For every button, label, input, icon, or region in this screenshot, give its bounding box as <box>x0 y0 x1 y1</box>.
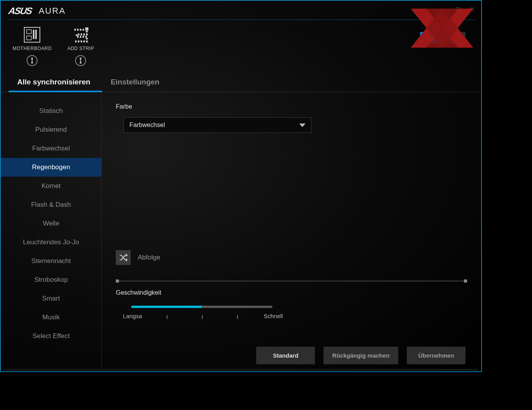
effect-leuchtendes-jojo[interactable]: Leuchtendes Jo-Jo <box>1 233 101 252</box>
effect-pulsierend[interactable]: Pulsierend <box>1 120 101 139</box>
main-panel: Farbe Farbwechsel Abfolge Geschwindigkei… <box>102 92 481 371</box>
device-add-strip-label: ADD STRIP <box>67 46 94 51</box>
titlebar: ASUS AURA ⟳ ✕ <box>1 1 481 20</box>
apply-button[interactable]: Übernehmen <box>407 347 466 364</box>
section-divider <box>116 281 467 281</box>
app-window: ASUS AURA ⟳ ✕ MOTHERBOARD <box>0 0 482 372</box>
speed-track <box>131 306 272 308</box>
svg-rect-3 <box>35 30 37 39</box>
effect-stroboskop[interactable]: Stroboskop <box>1 270 101 289</box>
effects-sidebar: Statisch Pulsierend Farbwechsel Regenbog… <box>1 92 102 371</box>
default-button[interactable]: Standard <box>256 347 315 364</box>
tab-sync-all[interactable]: Alle synchronisieren <box>9 72 102 92</box>
brand-logo: ASUS <box>8 5 33 16</box>
body: Statisch Pulsierend Farbwechsel Regenbog… <box>1 92 481 371</box>
device-motherboard-label: MOTHERBOARD <box>13 46 52 51</box>
speed-label: Geschwindigkeit <box>116 289 467 296</box>
device-row: MOTHERBOARD ADD STRIP <box>1 20 481 70</box>
effect-komet[interactable]: Komet <box>1 177 101 195</box>
link-icon[interactable] <box>27 55 38 66</box>
power-toggle[interactable]: ON OFF <box>420 32 466 43</box>
close-icon[interactable]: ✕ <box>469 5 476 14</box>
action-buttons: Standard Rückgängig machen Übernehmen <box>256 347 466 364</box>
power-off[interactable]: OFF <box>443 32 466 43</box>
power-on[interactable]: ON <box>420 32 443 43</box>
speed-slider[interactable]: Langsam Schnell <box>131 306 272 317</box>
motherboard-icon <box>23 26 41 43</box>
shuffle-icon[interactable] <box>116 250 131 265</box>
refresh-icon[interactable]: ⟳ <box>455 5 462 14</box>
sequence-row: Abfolge <box>116 250 467 265</box>
link-icon[interactable] <box>75 55 86 66</box>
led-strip-icon <box>72 26 90 43</box>
color-label: Farbe <box>116 103 467 110</box>
effect-musik[interactable]: Musik <box>1 308 101 327</box>
color-dropdown[interactable]: Farbwechsel <box>124 117 311 133</box>
svg-rect-1 <box>27 30 31 34</box>
speed-min-label: Langsam <box>123 313 142 319</box>
svg-rect-2 <box>33 30 34 39</box>
effect-regenbogen[interactable]: Regenbogen <box>1 158 101 177</box>
tabs: Alle synchronisieren Einstellungen <box>1 72 481 92</box>
chevron-down-icon <box>299 124 306 127</box>
color-dropdown-value: Farbwechsel <box>129 122 165 129</box>
effect-statisch[interactable]: Statisch <box>1 102 101 120</box>
speed-max-label: Schnell <box>264 313 287 319</box>
svg-rect-5 <box>85 27 88 30</box>
effect-farbwechsel[interactable]: Farbwechsel <box>1 139 101 158</box>
speed-fill <box>131 306 202 308</box>
effect-smart[interactable]: Smart <box>1 289 101 308</box>
device-add-strip[interactable]: ADD STRIP <box>67 26 94 66</box>
effect-flash-dash[interactable]: Flash & Dash <box>1 195 101 214</box>
app-title: AURA <box>39 6 66 16</box>
device-motherboard[interactable]: MOTHERBOARD <box>13 26 52 66</box>
svg-rect-4 <box>27 36 31 40</box>
sequence-label: Abfolge <box>138 254 160 261</box>
effect-sternennacht[interactable]: Sternennacht <box>1 252 101 270</box>
effect-welle[interactable]: Welle <box>1 214 101 233</box>
undo-button[interactable]: Rückgängig machen <box>324 347 398 364</box>
tab-settings[interactable]: Einstellungen <box>102 72 171 92</box>
effect-select-effect[interactable]: Select Effect <box>1 327 101 346</box>
